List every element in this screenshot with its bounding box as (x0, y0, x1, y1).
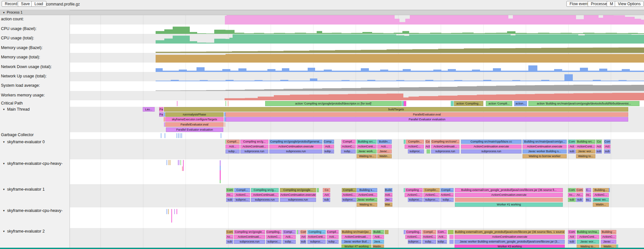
trace-block[interactable]: Acti... (377, 144, 392, 149)
track-label-skyframe-evaluator-cpu-heavy[interactable]: ▼skyframe-evaluator-cpu-heavy- (3, 161, 62, 166)
trace-block[interactable]: subprocess.run (461, 149, 522, 154)
trace-block[interactable]: ActionConti... (307, 235, 326, 239)
trace-block[interactable]: Worker #1 working (455, 203, 563, 207)
trace-block[interactable]: subp... (323, 149, 334, 154)
trace-block[interactable]: Par (159, 107, 163, 112)
trace-sliver[interactable] (226, 101, 226, 106)
track-label-skyframe-evaluator-0[interactable]: ▼skyframe-evaluator 0 (3, 140, 45, 144)
trace-block[interactable]: ActionContinuation.execute (523, 144, 567, 149)
trace-block[interactable]: ActionConti... (577, 235, 599, 239)
trace-block[interactable]: Waitin... (593, 203, 609, 207)
trace-block[interactable]: subprocess.run (234, 240, 265, 244)
trace-block[interactable]: Com (604, 140, 610, 144)
trace-block[interactable]: Com (300, 230, 306, 234)
trace-block[interactable]: Lau... (143, 107, 155, 112)
trace-block[interactable]: ActionC... (234, 193, 250, 197)
trace-block[interactable]: action... (514, 101, 527, 106)
trace-mark[interactable] (168, 160, 169, 165)
trace-sliver[interactable] (404, 101, 406, 106)
trace-block[interactable]: Acti... (283, 235, 296, 239)
trace-mark[interactable] (171, 209, 172, 223)
trace-sliver[interactable] (317, 188, 319, 192)
trace-mark[interactable] (220, 170, 221, 180)
net-down-chart[interactable] (70, 63, 644, 72)
trace-block[interactable]: ActionC... (601, 235, 616, 239)
trace-block[interactable]: buildTargets (164, 107, 628, 112)
trace-block[interactable]: sub (226, 240, 233, 244)
trace-block[interactable]: Ac... (586, 193, 591, 197)
trace-mark[interactable] (168, 209, 169, 214)
save-button[interactable]: Save (18, 1, 33, 7)
trace-block[interactable]: ActionContinuati... (341, 235, 371, 239)
trace-sliver[interactable] (449, 240, 454, 244)
action-count-chart[interactable] (70, 15, 644, 25)
net-up-chart[interactable] (70, 72, 644, 81)
trace-mark[interactable] (182, 166, 183, 171)
trace-block[interactable]: Acti... (327, 235, 339, 239)
trace-block[interactable]: sub (596, 149, 602, 154)
trace-block[interactable]: Compil... (440, 188, 454, 192)
trace-block[interactable]: Compili... (342, 188, 356, 192)
trace-sliver[interactable] (404, 230, 406, 234)
trace-block[interactable]: subp... (327, 240, 339, 244)
trace-sliver[interactable] (298, 230, 300, 234)
trace-block[interactable]: subproc... (408, 149, 424, 154)
trace-block[interactable]: ActionContinuati... (240, 144, 268, 149)
trace-sliver[interactable] (177, 133, 177, 138)
track-label-skyframe-evaluator-cpu-heavy[interactable]: ▼skyframe-evaluator-cpu-heavy- (3, 208, 62, 213)
trace-block[interactable]: subp... (341, 149, 356, 154)
trace-block[interactable]: subprocess.run (280, 198, 316, 202)
trace-block[interactable]: ActionConti... (357, 144, 377, 149)
trace-block[interactable]: ActionC... (423, 193, 440, 197)
trace-block[interactable]: Building src... (357, 140, 377, 144)
trace-block[interactable]: Acti... (226, 144, 240, 149)
trace-block[interactable]: Javac ... (601, 240, 616, 244)
trace-block[interactable]: Com (226, 188, 234, 192)
trace-mark[interactable] (174, 209, 175, 214)
cpu-total-chart[interactable] (70, 34, 644, 44)
trace-block[interactable]: subproc... (266, 240, 282, 244)
trace-block[interactable]: subproc... (234, 198, 250, 202)
trace-sliver[interactable] (455, 198, 563, 202)
trace-block[interactable]: Compil... (422, 230, 436, 234)
trace-sliver[interactable] (449, 235, 454, 239)
trace-block[interactable]: ActionConti... (576, 144, 595, 149)
trace-block[interactable]: ActionContinuati... (234, 235, 265, 239)
trace-sliver[interactable] (427, 149, 430, 154)
trace-block[interactable]: sub (323, 198, 330, 202)
trace-block[interactable]: Act (604, 144, 610, 149)
trace-block[interactable]: action 'Building src/main/java/com/googl… (528, 101, 639, 106)
trace-block[interactable]: Building s... (357, 188, 377, 192)
trace-mark[interactable] (167, 160, 167, 165)
trace-block[interactable]: subprocess.run (251, 198, 279, 202)
trace-block[interactable]: Ac... (568, 193, 576, 197)
trace-block[interactable]: Waiting to... (357, 203, 377, 207)
trace-block[interactable]: ActionC... (342, 193, 356, 197)
trace-block[interactable]: Compil... (341, 140, 356, 144)
trace-block[interactable]: subp... (226, 149, 240, 154)
trace-sliver[interactable] (225, 140, 226, 144)
trace-block[interactable]: Buildi... (372, 230, 384, 234)
trace-block[interactable]: Compiling... (406, 230, 421, 234)
trace-block[interactable]: Compil... (234, 188, 250, 192)
trace-block[interactable]: Javac worker Building s... (523, 149, 567, 154)
trace-block[interactable]: Compiling src/google... (280, 188, 316, 192)
trace-block[interactable]: Com... (437, 230, 447, 234)
trace-block[interactable]: subp... (437, 240, 447, 244)
trace-block[interactable]: subproc... (408, 198, 423, 202)
trace-block[interactable]: ActionContinuation.execute (269, 144, 322, 149)
trace-sliver[interactable] (404, 140, 406, 144)
trace-block[interactable]: ActionContinuation.execute (280, 193, 316, 197)
trace-block[interactable]: Compil... (226, 140, 240, 144)
mem-bazel-chart[interactable] (70, 44, 644, 53)
trace-block[interactable]: Waiting to... (357, 154, 377, 158)
trace-block[interactable]: subproc... (307, 240, 326, 244)
trace-mark[interactable] (170, 160, 170, 165)
trace-block[interactable]: Javac worker... (357, 198, 377, 202)
trace-block[interactable]: Javac... (377, 149, 392, 154)
trace-block[interactable]: Compiling src/google/protobuf/generat... (269, 140, 322, 144)
mem-total-chart[interactable] (70, 53, 644, 63)
trace-block[interactable]: ActionConti... (357, 193, 377, 197)
trace-block[interactable]: Com (568, 140, 576, 144)
trace-mark[interactable] (167, 209, 167, 214)
